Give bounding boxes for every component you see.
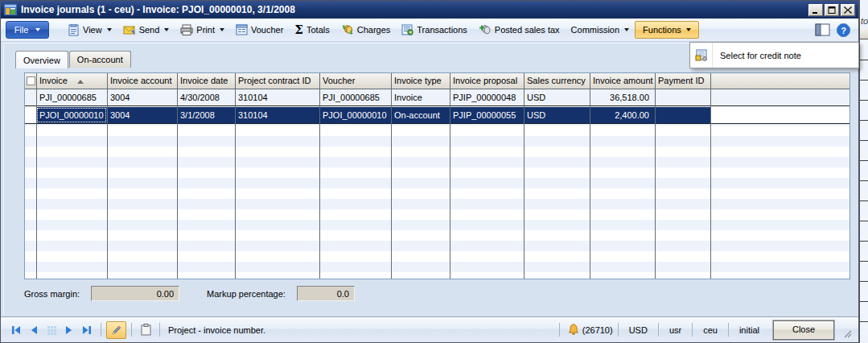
- voucher-label: Voucher: [251, 25, 283, 35]
- footer-fields: Gross margin: 0.00 Markup percentage: 0.…: [24, 286, 355, 301]
- send-menu-label: Send: [139, 25, 160, 35]
- window-title: Invoice journals (1 - ceu) - Invoice: PJ…: [21, 4, 295, 15]
- totals-button[interactable]: Σ Totals: [289, 22, 335, 39]
- minimize-button[interactable]: [808, 4, 823, 16]
- column-header-sales-currency[interactable]: Sales currency: [524, 73, 590, 89]
- column-header-payment-id[interactable]: Payment ID: [655, 73, 710, 89]
- column-header-invoice[interactable]: Invoice: [36, 73, 107, 89]
- cell-invoice-date[interactable]: 4/30/2008: [177, 89, 235, 105]
- attachments-button[interactable]: [137, 322, 154, 338]
- functions-dropdown-menu: Select for credit note: [689, 42, 859, 68]
- print-menu-label: Print: [196, 25, 215, 35]
- cell-invoice[interactable]: PJOI_00000010: [36, 107, 107, 123]
- cell-voucher[interactable]: PJOI_00000010: [319, 107, 391, 123]
- column-header-invoice-type[interactable]: Invoice type: [391, 73, 450, 89]
- functions-label: Functions: [643, 25, 681, 35]
- invoice-journals-window: Invoice journals (1 - ceu) - Invoice: PJ…: [0, 0, 860, 343]
- table-row[interactable]: PJI_00000685 3004 4/30/2008 310104 PJI_0…: [25, 89, 849, 106]
- functions-menu-button[interactable]: Functions: [635, 21, 699, 39]
- edit-pencil-icon: [111, 324, 122, 336]
- status-user[interactable]: usr: [664, 325, 687, 335]
- view-menu-button[interactable]: View: [62, 21, 117, 39]
- cell-project-contract-id[interactable]: 310104: [235, 107, 319, 123]
- edit-mode-button[interactable]: [106, 321, 126, 339]
- cell-invoice-date[interactable]: 3/1/2008: [177, 107, 235, 123]
- view-icon: [68, 24, 80, 36]
- markup-percentage-field[interactable]: 0.0: [297, 286, 355, 301]
- column-header-invoice-account[interactable]: Invoice account: [107, 73, 177, 89]
- grid-header: Invoice Invoice account Invoice date Pro…: [25, 73, 849, 89]
- tab-bar: Overview On-account: [15, 50, 132, 68]
- file-menu-label: File: [14, 25, 29, 35]
- print-menu-button[interactable]: Print: [175, 21, 230, 39]
- alerts-button[interactable]: [565, 322, 582, 338]
- cell-invoice-amount[interactable]: 36,518.00: [590, 89, 655, 105]
- charges-button[interactable]: Charges: [335, 21, 397, 39]
- send-menu-button[interactable]: Send: [117, 22, 175, 39]
- cell-invoice-type[interactable]: Invoice: [391, 89, 450, 105]
- nav-first-button[interactable]: [7, 322, 25, 338]
- tab-overview[interactable]: Overview: [15, 51, 68, 68]
- cell-invoice-amount[interactable]: 2,400.00: [590, 107, 655, 123]
- transactions-label: Transactions: [417, 25, 467, 35]
- posted-sales-tax-icon: [479, 24, 492, 35]
- status-bar: Project - invoice number. (26710) USD us…: [1, 316, 858, 342]
- posted-sales-tax-button[interactable]: Posted sales tax: [473, 21, 566, 39]
- cell-invoice-account[interactable]: 3004: [107, 107, 177, 123]
- close-window-button[interactable]: [841, 4, 855, 16]
- nav-next-icon: [64, 325, 74, 335]
- file-menu-button[interactable]: File: [6, 21, 49, 39]
- background-grid-header: [859, 29, 868, 39]
- maximize-icon: [828, 6, 836, 14]
- layout-pane-icon[interactable]: [815, 23, 830, 36]
- alert-bell-icon: [568, 324, 579, 336]
- tab-on-account[interactable]: On-account: [69, 51, 131, 68]
- cell-payment-id[interactable]: [655, 107, 710, 123]
- nav-grid-button[interactable]: [43, 322, 60, 338]
- column-header-project-contract-id[interactable]: Project contract ID: [235, 73, 319, 89]
- chevron-down-icon: [35, 28, 40, 31]
- voucher-button[interactable]: Voucher: [230, 21, 289, 39]
- column-header-invoice-proposal[interactable]: Invoice proposal: [450, 73, 524, 89]
- cell-invoice-account[interactable]: 3004: [107, 89, 177, 105]
- transactions-button[interactable]: Transactions: [396, 21, 473, 39]
- maximize-button[interactable]: [825, 4, 839, 16]
- cell-invoice[interactable]: PJI_00000685: [36, 89, 107, 105]
- table-row-selected[interactable]: PJOI_00000010 3004 3/1/2008 310104 PJOI_…: [25, 107, 849, 124]
- column-header-voucher[interactable]: Voucher: [319, 73, 391, 89]
- cell-invoice-type[interactable]: On-account: [391, 107, 450, 123]
- cell-project-contract-id[interactable]: 310104: [235, 89, 319, 105]
- gross-margin-field[interactable]: 0.00: [91, 286, 179, 301]
- cell-sales-currency[interactable]: USD: [524, 89, 590, 105]
- close-button[interactable]: Close: [773, 320, 834, 340]
- column-header-invoice-date[interactable]: Invoice date: [177, 73, 235, 89]
- commission-label: Commission: [571, 25, 620, 35]
- commission-menu-button[interactable]: Commission: [566, 22, 636, 38]
- menu-item-select-for-credit-note[interactable]: Select for credit note: [690, 43, 858, 68]
- status-currency[interactable]: USD: [623, 325, 653, 335]
- nav-first-icon: [10, 325, 22, 335]
- cell-invoice-proposal[interactable]: PJIP_00000055: [450, 107, 524, 123]
- nav-last-button[interactable]: [78, 322, 96, 338]
- tab-on-account-label: On-account: [77, 55, 123, 64]
- status-layer[interactable]: initial: [734, 325, 765, 335]
- status-company[interactable]: ceu: [697, 325, 723, 335]
- nav-next-button[interactable]: [60, 322, 78, 338]
- select-all-checkbox[interactable]: [27, 76, 35, 85]
- nav-previous-button[interactable]: [25, 322, 43, 338]
- column-header-invoice-amount[interactable]: Invoice amount: [590, 73, 655, 89]
- cell-payment-id[interactable]: [655, 89, 710, 105]
- cell-sales-currency[interactable]: USD: [524, 107, 590, 123]
- chevron-down-icon: [686, 28, 691, 31]
- chevron-down-icon: [220, 28, 224, 31]
- cell-voucher[interactable]: PJI_00000685: [319, 89, 391, 105]
- resize-grip[interactable]: [842, 329, 852, 338]
- gross-margin-label: Gross margin:: [24, 289, 80, 299]
- help-icon[interactable]: ?: [837, 23, 850, 37]
- title-bar: Invoice journals (1 - ceu) - Invoice: PJ…: [1, 1, 858, 19]
- cell-invoice-proposal[interactable]: PJIP_00000048: [450, 89, 524, 105]
- toolbar: File View Send: [1, 19, 858, 42]
- totals-label: Totals: [306, 25, 330, 35]
- credit-note-icon: [695, 49, 708, 61]
- totals-icon: Σ: [294, 25, 303, 35]
